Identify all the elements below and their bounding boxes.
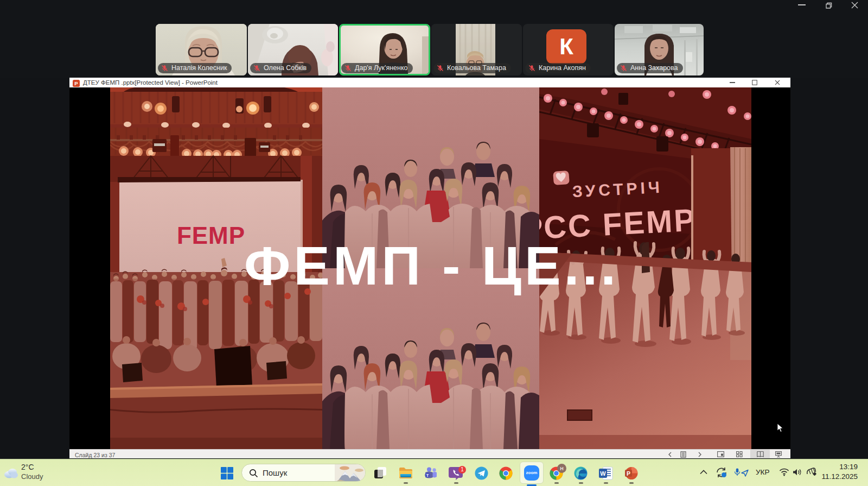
svg-text:P: P — [627, 470, 630, 477]
svg-text:P: P — [74, 80, 78, 86]
svg-text:W: W — [600, 470, 606, 477]
svg-text:1: 1 — [461, 466, 464, 472]
svg-text:H: H — [560, 466, 564, 471]
svg-text:Т: Т — [426, 473, 429, 478]
